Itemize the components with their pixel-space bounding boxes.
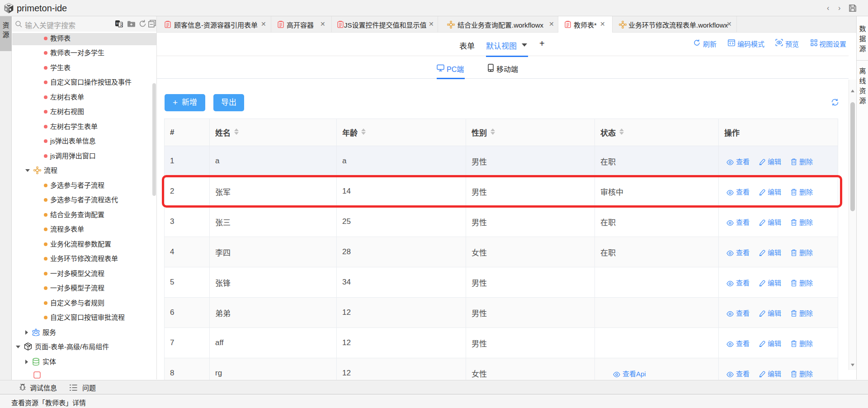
svg-text:文: 文 [119,23,123,27]
